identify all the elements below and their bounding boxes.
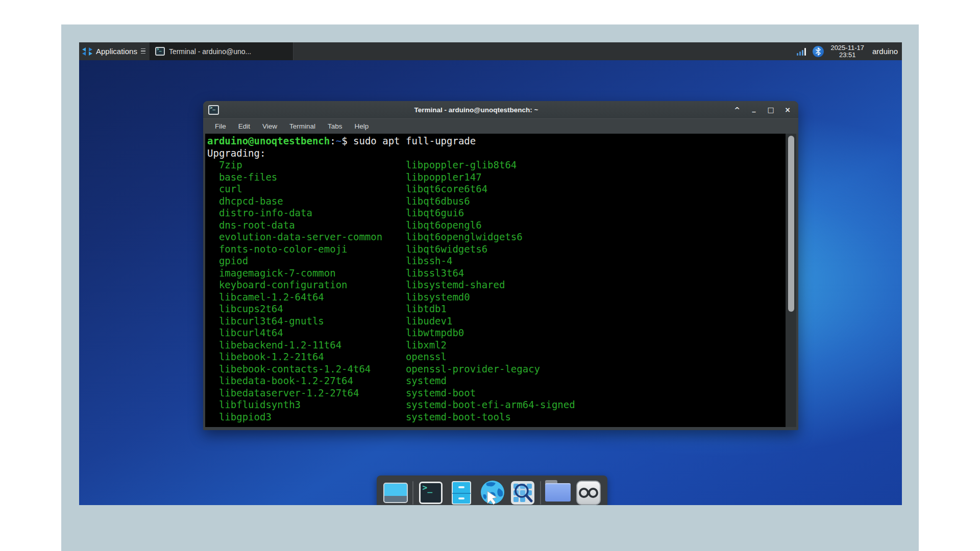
package-name-right: openssl	[406, 351, 447, 362]
package-name-left: libedataserver-1.2-27t64	[219, 387, 406, 399]
show-desktop-icon	[383, 483, 408, 503]
package-name-left: imagemagick-7-common	[219, 267, 406, 280]
package-row: base-fileslibpoppler147	[207, 171, 786, 184]
terminal-icon	[419, 482, 443, 504]
package-name-right: libsystemd-shared	[406, 279, 505, 290]
package-name-left: libebook-1.2-21t64	[219, 351, 406, 363]
terminal-content: arduino@unoqtestbench:~$ sudo apt full-u…	[205, 134, 796, 427]
package-row: dns-root-datalibqt6opengl6	[207, 219, 786, 232]
window-titlebar[interactable]: Terminal - arduino@unoqtestbench: ~ ^ _ …	[203, 101, 798, 118]
package-name-right: libxml2	[406, 339, 447, 350]
dock-item-file-cabinet[interactable]	[448, 479, 475, 505]
package-name-left: fonts-noto-color-emoji	[219, 243, 406, 256]
package-row: libfluidsynth3systemd-boot-efi-arm64-sig…	[207, 399, 786, 411]
package-name-right: libqt6openglwidgets6	[406, 231, 523, 242]
menu-item-help[interactable]: Help	[349, 120, 375, 132]
clock-time: 23:51	[830, 52, 864, 59]
panel-spacer	[293, 42, 797, 60]
dock-item-web-browser[interactable]	[478, 479, 506, 505]
terminal-output: arduino@unoqtestbench:~$ sudo apt full-u…	[205, 134, 786, 427]
package-name-right: libsystemd0	[406, 291, 470, 303]
bluetooth-icon[interactable]	[813, 46, 824, 57]
taskbar-window-button[interactable]: Terminal - arduino@uno...	[150, 42, 293, 60]
dock-item-arduino-ide[interactable]	[575, 479, 602, 505]
package-name-left: libgpiod3	[219, 411, 406, 423]
applications-menu-icon	[82, 47, 92, 56]
package-name-left: libcurl3t64-gnutls	[219, 315, 406, 328]
package-row: evolution-data-server-commonlibqt6opengl…	[207, 231, 786, 243]
applications-menu-label: Applications	[96, 47, 137, 56]
close-button[interactable]: ×	[784, 106, 791, 113]
package-row: libedataserver-1.2-27t64systemd-boot	[207, 387, 786, 399]
package-name-right: libssl3t64	[406, 267, 464, 279]
scrollbar-thumb[interactable]	[788, 136, 794, 312]
clock[interactable]: 2025-11-17 23:51	[830, 44, 864, 58]
menu-item-tabs[interactable]: Tabs	[322, 120, 348, 132]
shade-button[interactable]: ^	[733, 107, 741, 114]
package-row: 7ziplibpoppler-glib8t64	[207, 159, 786, 171]
package-name-left: evolution-data-server-common	[219, 231, 406, 243]
clock-date: 2025-11-17	[830, 44, 864, 52]
package-name-left: curl	[219, 183, 406, 195]
package-row: fonts-noto-color-emojilibqt6widgets6	[207, 243, 786, 256]
package-name-right: systemd-boot-efi-arm64-signed	[406, 399, 575, 410]
dock-item-terminal[interactable]	[417, 479, 445, 505]
package-row: libcurl4t64libwtmpdb0	[207, 327, 786, 339]
package-name-left: keyboard-configuration	[219, 279, 406, 291]
package-name-right: libqt6dbus6	[406, 195, 470, 207]
dock-separator	[412, 481, 413, 505]
taskbar-window-label: Terminal - arduino@uno...	[169, 47, 251, 56]
package-name-right: systemd-boot-tools	[406, 411, 511, 422]
package-row: libcups2t64libtdb1	[207, 303, 786, 315]
package-name-right: systemd	[406, 375, 447, 386]
menu-item-view[interactable]: View	[257, 120, 283, 132]
prompt-line: arduino@unoqtestbench:~$ sudo apt full-u…	[207, 135, 786, 147]
menu-item-terminal[interactable]: Terminal	[284, 120, 321, 132]
package-name-left: gpiod	[219, 255, 406, 267]
command-text: sudo apt full-upgrade	[353, 135, 476, 146]
package-name-left: libebackend-1.2-11t64	[219, 339, 406, 352]
package-row: libebook-1.2-21t64openssl	[207, 351, 786, 363]
terminal-icon	[208, 105, 219, 115]
minimize-button[interactable]: _	[750, 105, 757, 112]
network-signal-icon[interactable]	[797, 47, 806, 56]
package-name-left: dhcpcd-base	[219, 195, 406, 208]
package-name-left: 7zip	[219, 159, 406, 171]
package-list: 7ziplibpoppler-glib8t64base-fileslibpopp…	[207, 159, 786, 423]
applications-menu-button[interactable]: Applications	[79, 42, 150, 60]
package-row: curllibqt6core6t64	[207, 183, 786, 195]
scrollbar[interactable]	[786, 134, 796, 427]
folder-icon	[545, 483, 571, 503]
maximize-button[interactable]: □	[767, 106, 774, 113]
menu-bar: FileEditViewTerminalTabsHelp	[203, 118, 798, 134]
package-name-left: libcups2t64	[219, 303, 406, 315]
web-browser-globe-icon	[478, 479, 506, 505]
package-name-right: libqt6gui6	[406, 207, 464, 218]
output-header: Upgrading:	[207, 147, 786, 160]
package-name-left: libcamel-1.2-64t64	[219, 291, 406, 304]
package-name-right: libqt6opengl6	[406, 219, 482, 231]
menu-item-file[interactable]: File	[209, 120, 232, 132]
package-name-right: openssl-provider-legacy	[406, 363, 540, 374]
package-name-right: libpoppler147	[406, 171, 482, 183]
dock-item-show-desktop[interactable]	[382, 479, 409, 505]
package-name-right: libwtmpdb0	[406, 327, 464, 338]
package-name-right: libqt6widgets6	[406, 243, 487, 255]
dock-item-application-finder[interactable]	[509, 479, 536, 505]
arduino-ide-icon	[576, 481, 601, 505]
package-name-left: base-files	[219, 171, 406, 184]
package-name-right: libssh-4	[406, 255, 453, 266]
package-row: libcurl3t64-gnutlslibudev1	[207, 315, 786, 328]
window-title: Terminal - arduino@unoqtestbench: ~	[219, 106, 733, 114]
package-row: libedata-book-1.2-27t64systemd	[207, 375, 786, 387]
package-row: libgpiod3systemd-boot-tools	[207, 411, 786, 423]
prompt-separator: :	[330, 135, 335, 146]
application-finder-icon	[510, 481, 535, 505]
menu-item-edit[interactable]: Edit	[233, 120, 256, 132]
user-menu[interactable]: arduino	[871, 47, 898, 56]
dock-item-file-manager[interactable]	[544, 479, 572, 505]
terminal-icon	[155, 47, 165, 56]
screenshot-card: Applications Terminal - arduino@uno...	[61, 24, 919, 551]
package-name-left: libebook-contacts-1.2-4t64	[219, 363, 406, 375]
prompt-symbol: $	[341, 135, 353, 146]
